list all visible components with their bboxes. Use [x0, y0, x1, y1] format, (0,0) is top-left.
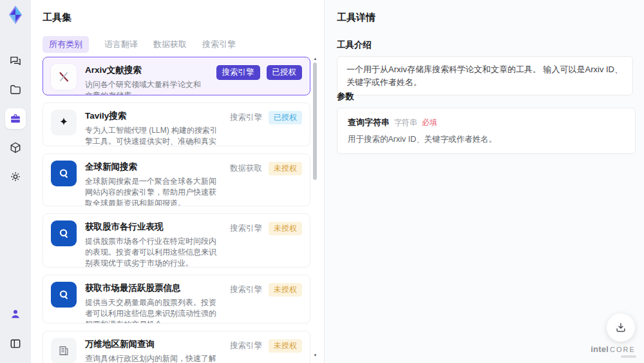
app-logo-icon — [5, 4, 26, 26]
user-icon[interactable] — [5, 304, 26, 324]
tool-description: 查询具体行政区划内的新闻，快速了解各地新闻动 — [85, 353, 222, 363]
category-label: 搜索引擎 — [230, 284, 262, 295]
auth-badge: 已授权 — [269, 111, 302, 124]
tab-all-categories[interactable]: 所有类别 — [43, 36, 89, 53]
intel-logo-bar — [621, 355, 636, 358]
cube-icon[interactable] — [5, 137, 26, 158]
tab-language-translation[interactable]: 语言翻译 — [104, 39, 138, 50]
scrollbar-down-arrow-icon[interactable]: ▼ — [312, 353, 318, 357]
tool-card-stock-sector[interactable]: 获取股市各行业表现 提供股票市场各个行业在特定时间段内的表现。投资者可以利用这些… — [43, 213, 310, 268]
toolbox-icon[interactable] — [5, 108, 26, 129]
chat-icon[interactable] — [5, 50, 26, 71]
stock-search-logo-icon — [51, 221, 77, 246]
tool-description: 全球新闻搜索是一个聚合全球各大新闻网站内容的搜索引擎，帮助用户快速获取全球最新资… — [85, 176, 222, 206]
tool-card-tavily[interactable]: Tavily搜索 专为人工智能代理 (LLM) 构建的搜索引擎工具。可快速提供实… — [43, 103, 310, 146]
tool-card-active-stocks[interactable]: 获取市场最活跃股票信息 提供当天交易量最高的股票列表。投资者可以利用这些信息来识… — [43, 275, 310, 324]
tab-search-engine[interactable]: 搜索引擎 — [202, 39, 236, 50]
auth-badge: 未授权 — [269, 162, 302, 175]
auth-badge: 已授权 — [267, 65, 303, 80]
category-tabs: 所有类别 语言翻译 数据获取 搜索引擎 — [43, 36, 236, 53]
stock-search-logo-icon — [51, 282, 77, 308]
category-badge: 搜索引擎 — [216, 65, 260, 80]
tab-data-acquisition[interactable]: 数据获取 — [153, 39, 187, 50]
tool-name: 获取市场最活跃股票信息 — [85, 282, 222, 294]
tool-card-regional-news[interactable]: 万维地区新闻查询 查询具体行政区划内的新闻，快速了解各地新闻动 搜索引擎 未授权 — [43, 331, 310, 363]
download-button[interactable] — [607, 313, 635, 342]
tool-card-arxiv[interactable]: Arxiv文献搜索 访问各个研究领域大量科学论文和文章的存储库。 搜索引擎 已授… — [43, 57, 310, 95]
tool-details-panel: 工具详情 工具介绍 一个用于从Arxiv存储库搜索科学论文和文章的工具。 输入可… — [324, 0, 644, 363]
tool-name: Arxiv文献搜索 — [85, 64, 208, 76]
download-icon — [614, 321, 627, 334]
folder-icon[interactable] — [5, 79, 26, 100]
scrollbar-thumb[interactable] — [313, 63, 317, 180]
parameter-card: 查询字符串 字符串 必填 用于搜索的Arxiv ID、关键字或作者姓名。 — [337, 108, 636, 154]
tool-name: 万维地区新闻查询 — [85, 338, 222, 350]
auth-badge: 未授权 — [269, 222, 302, 235]
tool-description: 专为人工智能代理 (LLM) 构建的搜索引擎工具。可快速提供实时、准确和真实的结… — [85, 125, 222, 146]
param-type: 字符串 — [394, 117, 417, 128]
toolset-panel: 工具集 所有类别 语言翻译 数据获取 搜索引擎 Arxiv文献搜索 访问各个研究… — [31, 0, 324, 363]
tool-intro-text: 一个用于从Arxiv存储库搜索科学论文和文章的工具。 输入可以是Arxiv ID… — [337, 56, 633, 95]
tool-name: 获取股市各行业表现 — [85, 221, 222, 233]
param-description: 用于搜索的Arxiv ID、关键字或作者姓名。 — [348, 134, 625, 145]
category-label: 数据获取 — [230, 163, 262, 174]
scrollbar-up-arrow-icon[interactable]: ▲ — [312, 57, 318, 61]
tavily-star-logo-icon — [51, 110, 77, 135]
arxiv-logo-icon — [51, 64, 77, 90]
category-label: 搜索引擎 — [230, 223, 262, 234]
tool-description: 提供当天交易量最高的股票列表。投资者可以利用这些信息来识别流动性强的股票和潜在的… — [85, 297, 222, 324]
intel-core-logo: intelcore — [590, 343, 636, 358]
params-heading: 参数 — [337, 91, 354, 103]
param-required-label: 必填 — [422, 117, 437, 128]
category-label: 搜索引擎 — [230, 340, 262, 351]
tool-name: 全球新闻搜索 — [85, 161, 222, 173]
intro-heading: 工具介绍 — [337, 39, 372, 51]
tool-list: Arxiv文献搜索 访问各个研究领域大量科学论文和文章的存储库。 搜索引擎 已授… — [43, 57, 310, 363]
global-news-logo-icon — [51, 161, 77, 186]
app-rail — [0, 0, 31, 363]
details-title: 工具详情 — [337, 12, 375, 24]
list-scrollbar[interactable]: ▲ ▼ — [312, 57, 318, 363]
auth-badge: 未授权 — [269, 283, 302, 297]
newspaper-icon — [51, 338, 77, 363]
tool-description: 访问各个研究领域大量科学论文和文章的存储库。 — [85, 79, 208, 95]
param-name: 查询字符串 — [348, 117, 390, 128]
category-label: 搜索引擎 — [230, 112, 262, 123]
auth-badge: 未授权 — [269, 339, 302, 353]
split-panel-icon[interactable] — [5, 333, 26, 354]
tool-description: 提供股票市场各个行业在特定时间段内的表现。投资者可以利用这些信息来识别表现优于或… — [85, 236, 222, 268]
settings-gear-icon[interactable] — [5, 166, 26, 187]
tool-card-global-news[interactable]: 全球新闻搜索 全球新闻搜索是一个聚合全球各大新闻网站内容的搜索引擎，帮助用户快速… — [43, 153, 310, 206]
page-title: 工具集 — [43, 12, 71, 24]
tool-name: Tavily搜索 — [85, 110, 222, 122]
